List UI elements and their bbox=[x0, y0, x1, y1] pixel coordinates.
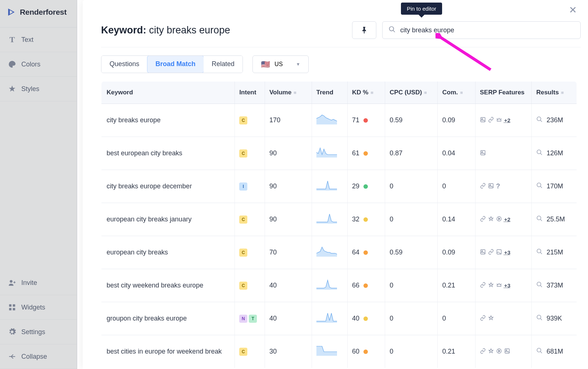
table-row: city breaks europe december I 90 29 0 0 … bbox=[101, 170, 577, 203]
sidebar-item-styles[interactable]: Styles bbox=[0, 77, 77, 101]
serp-more[interactable]: +3 bbox=[504, 282, 510, 289]
cell-results[interactable]: 170M bbox=[532, 170, 577, 203]
sidebar-item-label: Invite bbox=[21, 279, 37, 287]
cell-results[interactable]: 939K bbox=[532, 302, 577, 335]
country-selector[interactable]: 🇺🇸 US ▼ bbox=[252, 55, 309, 73]
col-volume[interactable]: Volume≡ bbox=[265, 82, 312, 104]
search-icon bbox=[388, 26, 396, 35]
tab-related[interactable]: Related bbox=[204, 56, 243, 73]
svg-rect-23 bbox=[481, 250, 485, 254]
serp-more[interactable]: +2 bbox=[504, 117, 510, 123]
cell-cpc: 0.59 bbox=[385, 104, 438, 137]
cell-trend bbox=[312, 269, 347, 302]
svg-line-31 bbox=[540, 318, 542, 320]
tab-broad match[interactable]: Broad Match bbox=[147, 55, 204, 73]
magnifier-icon bbox=[536, 182, 543, 191]
cell-cpc: 0.59 bbox=[385, 236, 438, 269]
cell-com: 0.09 bbox=[438, 236, 475, 269]
cell-trend bbox=[312, 236, 347, 269]
cell-serp: +3 bbox=[475, 269, 531, 302]
pin-tooltip: Pin to editor bbox=[401, 3, 442, 15]
sidebar-item-colors[interactable]: Colors bbox=[0, 52, 77, 77]
cell-keyword[interactable]: city breaks europe december bbox=[101, 170, 235, 203]
cell-results[interactable]: 236M bbox=[532, 104, 577, 137]
svg-line-22 bbox=[540, 219, 542, 221]
cell-keyword[interactable]: best cities in europe for weekend break bbox=[101, 335, 235, 368]
col-serp[interactable]: SERP Features bbox=[475, 82, 531, 104]
svg-rect-12 bbox=[481, 151, 485, 155]
col-cpc[interactable]: CPC (USD)≡ bbox=[385, 82, 438, 104]
serp-more[interactable]: +3 bbox=[504, 249, 510, 256]
cell-results[interactable]: 25.5M bbox=[532, 203, 577, 236]
serp-link-icon bbox=[480, 183, 486, 190]
cell-serp bbox=[475, 302, 531, 335]
col-trend[interactable]: Trend bbox=[312, 82, 347, 104]
col-keyword[interactable]: Keyword bbox=[101, 82, 235, 104]
cell-com: 0.09 bbox=[438, 104, 475, 137]
cell-trend bbox=[312, 104, 347, 137]
cell-serp: +3 bbox=[475, 236, 531, 269]
cell-keyword[interactable]: best european city breaks bbox=[101, 137, 235, 170]
col-intent[interactable]: Intent bbox=[235, 82, 265, 104]
keyword-search-box[interactable] bbox=[382, 21, 581, 39]
cell-com: 0 bbox=[438, 302, 475, 335]
kd-dot bbox=[363, 151, 368, 156]
col-com[interactable]: Com.≡ bbox=[438, 82, 475, 104]
close-icon[interactable]: ✕ bbox=[569, 4, 577, 16]
sidebar-item-widgets[interactable]: Widgets bbox=[0, 295, 77, 320]
cell-keyword[interactable]: european city breaks bbox=[101, 236, 235, 269]
palette-icon bbox=[8, 60, 16, 68]
text-icon: T bbox=[8, 36, 16, 44]
sidebar-item-settings[interactable]: Settings bbox=[0, 320, 77, 344]
svg-point-35 bbox=[537, 348, 541, 352]
cell-keyword[interactable]: groupon city breaks europe bbox=[101, 302, 235, 335]
magnifier-icon bbox=[536, 116, 543, 124]
brand-logo[interactable]: Renderforest bbox=[0, 0, 77, 28]
cell-results[interactable]: 373M bbox=[532, 269, 577, 302]
serp-crown-icon bbox=[496, 282, 502, 289]
modal-header: Keyword: city breaks europe bbox=[101, 0, 581, 47]
cell-kd: 32 bbox=[347, 203, 385, 236]
cell-keyword[interactable]: european city breaks january bbox=[101, 203, 235, 236]
svg-point-26 bbox=[537, 249, 541, 253]
sidebar-item-text[interactable]: T Text bbox=[0, 28, 77, 52]
pin-to-editor-button[interactable] bbox=[352, 21, 376, 39]
table-row: groupon city breaks europe NT 40 40 0 0 … bbox=[101, 302, 577, 335]
col-results[interactable]: Results≡ bbox=[532, 82, 577, 104]
cell-intent: NT bbox=[235, 302, 265, 335]
sort-icon: ≡ bbox=[561, 92, 564, 94]
kd-dot bbox=[363, 118, 368, 123]
search-input[interactable] bbox=[400, 26, 574, 34]
filters-row: QuestionsBroad MatchRelated 🇺🇸 US ▼ bbox=[101, 47, 581, 81]
cell-cpc: 0 bbox=[385, 170, 438, 203]
svg-rect-1 bbox=[9, 304, 11, 307]
cell-results[interactable]: 215M bbox=[532, 236, 577, 269]
cell-keyword[interactable]: best city weekend breaks europe bbox=[101, 269, 235, 302]
cell-keyword[interactable]: city breaks europe bbox=[101, 104, 235, 137]
cell-results[interactable]: 126M bbox=[532, 137, 577, 170]
cell-intent: C bbox=[235, 137, 265, 170]
svg-point-18 bbox=[537, 183, 541, 187]
star-icon bbox=[8, 85, 16, 93]
intent-badge-C: C bbox=[239, 116, 247, 124]
sort-icon: ≡ bbox=[370, 92, 373, 94]
keyword-modal: ✕ Pin to editor Keyword: city breaks eur… bbox=[83, 0, 588, 369]
serp-image-icon bbox=[480, 150, 486, 157]
sidebar-item-collapse[interactable]: Collapse bbox=[0, 344, 77, 369]
tab-questions[interactable]: Questions bbox=[101, 56, 147, 73]
intent-badge-N: N bbox=[239, 315, 247, 323]
table-row: best european city breaks C 90 61 0.87 0… bbox=[101, 137, 577, 170]
intent-badge-C: C bbox=[239, 216, 247, 224]
svg-point-6 bbox=[390, 27, 394, 31]
serp-more[interactable]: +2 bbox=[504, 216, 510, 223]
magnifier-icon bbox=[536, 281, 543, 290]
cell-trend bbox=[312, 203, 347, 236]
keywords-table: Keyword Intent Volume≡ Trend KD %≡ CPC (… bbox=[101, 81, 577, 368]
cell-results[interactable]: 681M bbox=[532, 335, 577, 368]
sidebar-item-label: Widgets bbox=[21, 304, 45, 311]
cell-com: 0.21 bbox=[438, 335, 475, 368]
col-kd[interactable]: KD %≡ bbox=[347, 82, 385, 104]
sidebar-item-invite[interactable]: Invite bbox=[0, 271, 77, 295]
cell-intent: C bbox=[235, 335, 265, 368]
sidebar-item-label: Styles bbox=[21, 85, 39, 93]
